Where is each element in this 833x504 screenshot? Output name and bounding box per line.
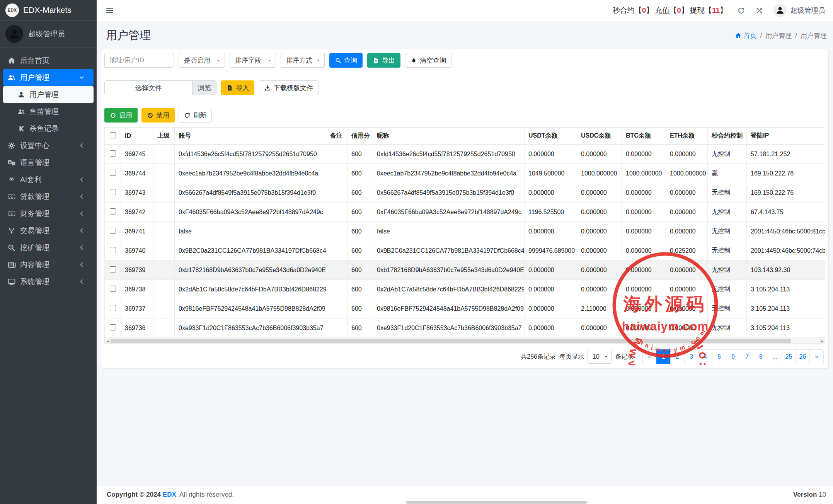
page-26[interactable]: 26 — [796, 349, 810, 364]
scroll-left-arrow[interactable]: ◄ — [105, 339, 111, 343]
chevron-left-icon — [78, 210, 85, 217]
browse-button[interactable]: 浏览 — [192, 81, 216, 95]
page-2[interactable]: 2 — [670, 349, 685, 364]
page-8[interactable]: 8 — [754, 349, 768, 364]
cell-btc: 0.000000 — [622, 222, 666, 241]
footer-brand-link[interactable]: EDX — [163, 491, 176, 498]
stat-秒合约[interactable]: 秒合约【0】 — [613, 5, 654, 15]
row-checkbox[interactable] — [110, 305, 116, 311]
row-checkbox[interactable] — [110, 247, 116, 253]
cell-nickname: 0xb1782168D9bA63637b0c7e955e343d6a0D2e94… — [373, 261, 525, 280]
page-1[interactable]: 1 — [656, 349, 671, 364]
sidebar-link-user-mgmt[interactable]: 用户管理 — [3, 69, 94, 86]
sidebar-user-panel[interactable]: 超级管理员 — [0, 20, 97, 48]
svg-text:z: z — [13, 162, 14, 165]
row-checkbox[interactable] — [110, 189, 116, 195]
row-checkbox[interactable] — [110, 150, 116, 157]
clear-query-button[interactable]: 清空查询 — [405, 53, 451, 68]
sidebar-user-name: 超级管理员 — [28, 29, 65, 39]
scrollbar-thumb[interactable] — [111, 339, 791, 343]
cell-eth: 0.000000 — [666, 318, 708, 338]
page-3[interactable]: 3 — [684, 349, 698, 364]
enabled-filter-select[interactable]: 是否启用 — [179, 53, 225, 68]
col-usdt: USDT余额 — [525, 128, 577, 145]
page-prev: « — [642, 349, 657, 364]
cell-usdt: 9999476.689000 — [525, 241, 577, 261]
refresh-button[interactable]: 刷新 — [179, 108, 212, 123]
stat-充值[interactable]: 充值【0】 — [655, 5, 688, 15]
row-checkbox[interactable] — [110, 266, 116, 272]
sidebar-link-user-mgmt-sub[interactable]: 用户管理 — [3, 86, 94, 103]
sidebar-link-settings[interactable]: 设置中心 — [3, 137, 94, 154]
row-checkbox[interactable] — [110, 208, 116, 215]
brand[interactable]: EDX EDX-Markets — [0, 0, 97, 20]
enable-button[interactable]: 启用 — [104, 108, 138, 123]
sidebar-link-mining[interactable]: 挖矿管理 — [3, 239, 94, 256]
sidebar-link-language[interactable]: Az语言管理 — [3, 154, 94, 171]
cell-eth: 0.000000 — [666, 145, 708, 164]
sort-order-select[interactable]: 排序方式 — [281, 53, 325, 68]
file-input[interactable]: 选择文件 浏览 — [104, 80, 216, 95]
sidebar-label-content: 内容管理 — [20, 260, 78, 270]
k-icon — [17, 125, 25, 133]
filter-row: 是否启用 排序字段 排序方式 查询 导出 — [104, 53, 825, 68]
select-all-checkbox[interactable] — [110, 132, 116, 138]
page-next[interactable]: » — [809, 349, 824, 364]
sidebar-label-finance: 财务管理 — [20, 209, 78, 219]
page-25[interactable]: 25 — [782, 349, 796, 364]
row-checkbox[interactable] — [110, 324, 116, 330]
users-icon — [7, 73, 16, 82]
breadcrumb-home-link[interactable]: 首页 — [735, 31, 757, 40]
file-placeholder: 选择文件 — [105, 81, 192, 95]
row-checkbox[interactable] — [110, 228, 116, 234]
sidebar-link-kill-record[interactable]: 杀鱼记录 — [3, 120, 94, 137]
cell-id: 369741 — [121, 222, 153, 241]
fullscreen-icon[interactable] — [755, 7, 763, 15]
search-input[interactable] — [104, 53, 174, 68]
sidebar-link-content[interactable]: 内容管理 — [3, 256, 94, 273]
cell-remark — [326, 299, 348, 318]
browser-horizontal-scrollbar-thumb[interactable] — [406, 501, 587, 504]
sidebar-link-loan[interactable]: 0贷款管理 — [3, 188, 94, 205]
sidebar-link-trade[interactable]: 交易管理 — [3, 222, 94, 239]
cell-credit: 600 — [348, 280, 373, 299]
cell-credit: 600 — [348, 299, 373, 318]
scrollbar-track[interactable] — [111, 339, 819, 343]
page-6[interactable]: 6 — [726, 349, 740, 364]
import-button[interactable]: 导入 — [221, 80, 254, 95]
export-button[interactable]: 导出 — [367, 53, 400, 68]
import-file-icon — [227, 85, 233, 91]
disable-button[interactable]: 禁用 — [141, 108, 175, 123]
home-icon — [735, 32, 742, 39]
download-template-button[interactable]: 下载模版文件 — [259, 80, 319, 95]
copyright: Copyright © 2024 EDX. All rights reserve… — [107, 491, 234, 499]
per-page-select[interactable]: 10 — [588, 350, 612, 364]
cell-nickname: 0x2dAb1C7a58c58de7c64bFDbA7BB3bf426D8682… — [373, 280, 525, 299]
sidebar-label-dashboard: 后台首页 — [20, 56, 89, 66]
navbar-user-menu[interactable]: 超级管理员 — [773, 4, 825, 17]
refresh-icon[interactable] — [737, 7, 745, 15]
menu-toggle-icon[interactable] — [105, 6, 114, 15]
cell-id: 369743 — [121, 183, 153, 203]
breadcrumb-item: 用户管理 — [765, 31, 792, 40]
sort-field-select[interactable]: 排序字段 — [230, 53, 276, 68]
sidebar-link-dashboard[interactable]: 后台首页 — [3, 52, 94, 69]
sidebar-link-ai-arbitrage[interactable]: AI套利 — [3, 171, 94, 188]
page-5[interactable]: 5 — [712, 349, 726, 364]
row-checkbox[interactable] — [110, 170, 116, 176]
row-checkbox[interactable] — [110, 286, 116, 292]
cell-remark — [326, 183, 348, 203]
sidebar-link-finance[interactable]: 0财务管理 — [3, 205, 94, 222]
sidebar-link-system[interactable]: 系统管理 — [3, 273, 94, 290]
query-button[interactable]: 查询 — [329, 53, 363, 68]
scroll-right-arrow[interactable]: ► — [819, 339, 825, 343]
version: Version 10 — [793, 491, 826, 499]
download-template-label: 下载模版文件 — [274, 83, 313, 92]
cell-usdc: 2.110000 — [577, 299, 622, 318]
cell-checkbox — [105, 203, 121, 222]
sidebar-link-fry-mgmt[interactable]: 鱼苗管理 — [3, 103, 94, 120]
page-7[interactable]: 7 — [740, 349, 754, 364]
stat-提现[interactable]: 提现【11】 — [690, 5, 727, 15]
page-4[interactable]: 4 — [698, 349, 712, 364]
chevron-left-icon — [78, 261, 85, 268]
